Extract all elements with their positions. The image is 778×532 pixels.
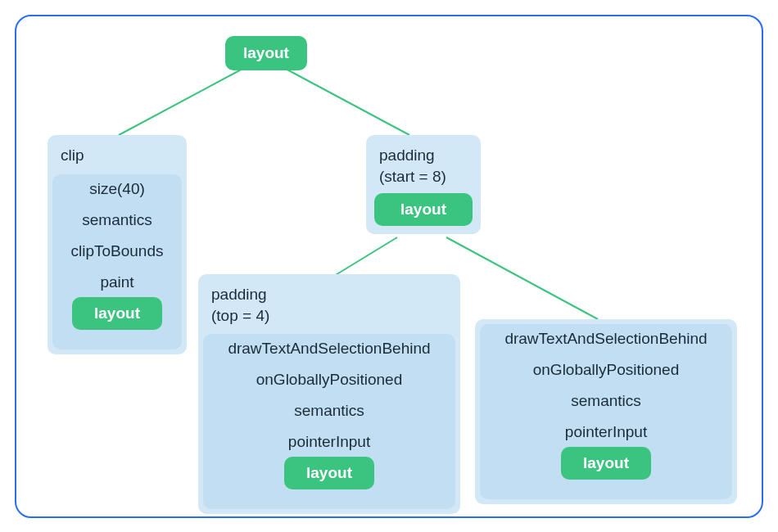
clip-node: clip size(40) semantics clipToBounds pai… [47,135,187,354]
padding-top-title: padding (top = 4) [203,279,455,332]
padding-start-title: padding (start = 8) [371,140,476,193]
padding-top-layer: onGloballyPositioned [213,365,446,394]
text-node-layout-leaf: layout [561,447,651,480]
padding-top-layout-leaf: layout [284,457,374,489]
padding-start-node: padding (start = 8) layout [366,135,481,234]
root-layout-node: layout [225,36,307,70]
clip-title: clip [52,140,182,173]
clip-layout-leaf: layout [72,297,162,330]
clip-layer: size(40) [57,174,177,204]
text-node-layer: onGloballyPositioned [490,355,722,385]
text-node-layer: pointerInput [500,417,712,447]
padding-start-layout-leaf: layout [374,193,473,226]
padding-top-line1: padding [211,286,267,303]
padding-top-node: padding (top = 4) drawTextAndSelectionBe… [198,274,460,514]
clip-layer: semantics [62,205,172,235]
text-node-layers: drawTextAndSelectionBehind onGloballyPos… [480,324,732,499]
padding-start-line1: padding [379,147,435,164]
padding-top-layers: drawTextAndSelectionBehind onGloballyPos… [203,334,455,509]
padding-top-layer: drawTextAndSelectionBehind [208,334,450,363]
text-node-layer: drawTextAndSelectionBehind [485,324,727,354]
text-node: drawTextAndSelectionBehind onGloballyPos… [475,319,737,504]
padding-top-layer: semantics [218,396,441,426]
clip-layers: size(40) semantics clipToBounds paint la… [52,174,182,349]
padding-start-line2: (start = 8) [379,168,446,185]
text-node-layer: semantics [495,386,717,416]
clip-layer: clipToBounds [67,237,167,266]
padding-top-line2: (top = 4) [211,307,269,324]
padding-top-layer: pointerInput [223,427,436,457]
clip-layer: paint [72,268,162,297]
